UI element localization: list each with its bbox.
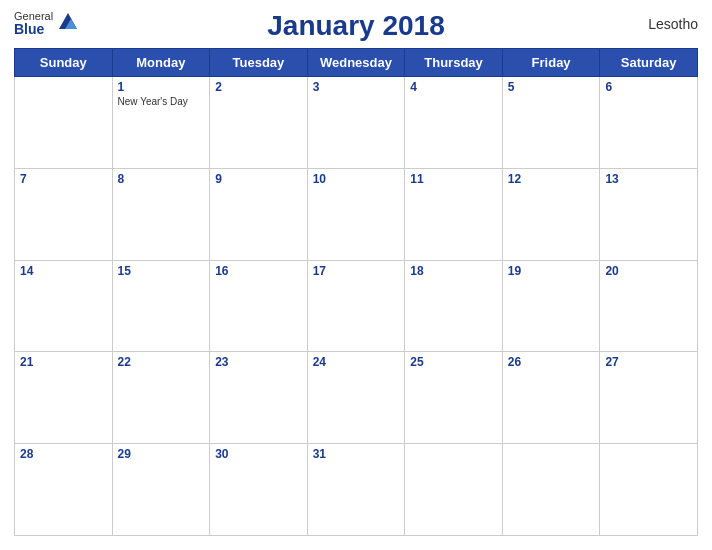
calendar-cell: 22 [112,352,210,444]
calendar-cell [600,444,698,536]
day-number: 29 [118,447,205,461]
day-number: 1 [118,80,205,94]
calendar-cell [405,444,503,536]
day-number: 25 [410,355,497,369]
day-number: 6 [605,80,692,94]
calendar-cell: 3 [307,77,405,169]
logo-blue-text: Blue [14,22,53,37]
day-number: 7 [20,172,107,186]
day-number: 19 [508,264,595,278]
calendar-container: General Blue January 2018 Lesotho Sunday… [0,0,712,550]
calendar-week-row: 1New Year's Day23456 [15,77,698,169]
calendar-cell: 2 [210,77,308,169]
day-number: 8 [118,172,205,186]
calendar-cell: 27 [600,352,698,444]
calendar-cell [15,77,113,169]
weekday-header-row: Sunday Monday Tuesday Wednesday Thursday… [15,49,698,77]
header-saturday: Saturday [600,49,698,77]
day-number: 27 [605,355,692,369]
calendar-cell: 20 [600,260,698,352]
calendar-table: Sunday Monday Tuesday Wednesday Thursday… [14,48,698,536]
day-number: 11 [410,172,497,186]
calendar-cell: 16 [210,260,308,352]
calendar-week-row: 78910111213 [15,168,698,260]
calendar-cell: 26 [502,352,600,444]
calendar-week-row: 14151617181920 [15,260,698,352]
day-number: 3 [313,80,400,94]
header-thursday: Thursday [405,49,503,77]
logo-icon [57,11,79,33]
header-sunday: Sunday [15,49,113,77]
calendar-cell: 7 [15,168,113,260]
calendar-week-row: 28293031 [15,444,698,536]
calendar-cell: 13 [600,168,698,260]
day-number: 28 [20,447,107,461]
header-wednesday: Wednesday [307,49,405,77]
calendar-header: General Blue January 2018 Lesotho [14,10,698,42]
day-number: 30 [215,447,302,461]
day-number: 10 [313,172,400,186]
day-number: 18 [410,264,497,278]
day-number: 14 [20,264,107,278]
calendar-cell [502,444,600,536]
calendar-cell: 18 [405,260,503,352]
calendar-cell: 29 [112,444,210,536]
country-label: Lesotho [648,16,698,32]
day-number: 22 [118,355,205,369]
day-number: 9 [215,172,302,186]
calendar-cell: 28 [15,444,113,536]
calendar-cell: 12 [502,168,600,260]
calendar-cell: 5 [502,77,600,169]
day-number: 15 [118,264,205,278]
calendar-cell: 6 [600,77,698,169]
calendar-cell: 31 [307,444,405,536]
header-monday: Monday [112,49,210,77]
header-tuesday: Tuesday [210,49,308,77]
day-number: 12 [508,172,595,186]
calendar-cell: 23 [210,352,308,444]
day-number: 26 [508,355,595,369]
calendar-cell: 4 [405,77,503,169]
calendar-cell: 10 [307,168,405,260]
day-number: 17 [313,264,400,278]
day-number: 31 [313,447,400,461]
calendar-cell: 11 [405,168,503,260]
calendar-cell: 30 [210,444,308,536]
day-number: 23 [215,355,302,369]
logo: General Blue [14,10,79,37]
calendar-cell: 9 [210,168,308,260]
calendar-cell: 21 [15,352,113,444]
header-friday: Friday [502,49,600,77]
day-number: 4 [410,80,497,94]
calendar-cell: 25 [405,352,503,444]
calendar-cell: 14 [15,260,113,352]
calendar-cell: 8 [112,168,210,260]
day-number: 16 [215,264,302,278]
day-number: 13 [605,172,692,186]
day-number: 2 [215,80,302,94]
calendar-cell: 15 [112,260,210,352]
calendar-title: January 2018 [267,10,444,42]
day-number: 21 [20,355,107,369]
day-number: 24 [313,355,400,369]
calendar-week-row: 21222324252627 [15,352,698,444]
calendar-cell: 17 [307,260,405,352]
day-number: 20 [605,264,692,278]
day-number: 5 [508,80,595,94]
holiday-label: New Year's Day [118,96,205,107]
calendar-cell: 24 [307,352,405,444]
calendar-cell: 1New Year's Day [112,77,210,169]
calendar-cell: 19 [502,260,600,352]
